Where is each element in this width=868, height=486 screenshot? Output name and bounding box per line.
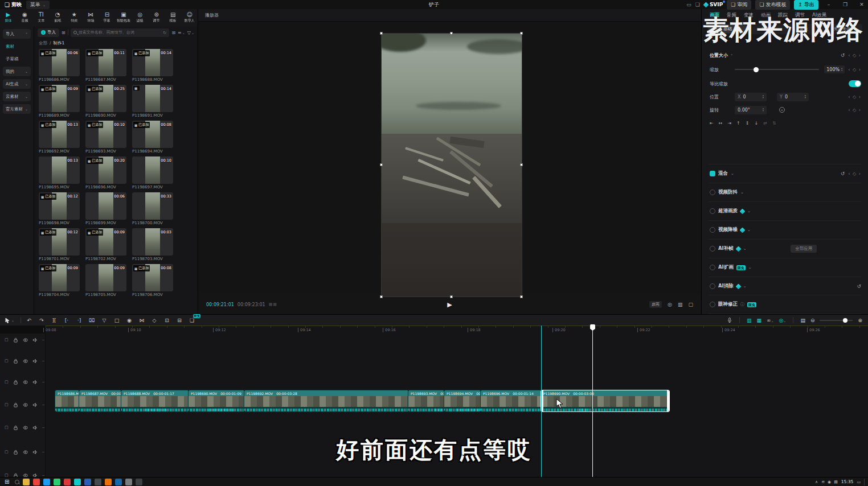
section-checkbox[interactable] — [710, 190, 715, 195]
panel-layout-icon[interactable]: ❏ — [695, 2, 700, 7]
selection-handle[interactable] — [450, 295, 453, 298]
main-track-magnet-icon[interactable]: ▥ — [747, 318, 752, 323]
taskbar-app-icon[interactable] — [95, 479, 101, 485]
taskbar-search-icon[interactable] — [15, 480, 19, 484]
track-layout-icon[interactable]: ▤ — [800, 318, 805, 323]
sidebar-item[interactable]: 子草稿 — [3, 54, 31, 64]
maximize-button[interactable]: ❐ — [839, 2, 851, 7]
selection-handle[interactable] — [450, 32, 453, 35]
chevron-down-icon[interactable]: ⌄ — [743, 246, 747, 251]
media-thumbnail[interactable]: ▦ 00:10 — [132, 156, 173, 184]
slider-knob[interactable] — [843, 318, 847, 323]
timeline-clip[interactable]: P1198687.MOV 00:00:0 — [79, 390, 121, 411]
media-item[interactable]: ▦ 已添加 00:10 P1198693.MOV — [85, 121, 126, 154]
media-thumbnail[interactable]: ▦ 00:03 — [132, 228, 173, 256]
media-thumbnail[interactable]: ▦ 已添加 00:20 — [85, 156, 126, 184]
taskbar-app-icon[interactable] — [43, 479, 50, 485]
speaker-icon[interactable] — [32, 337, 38, 343]
align-icon[interactable]: ⇥ — [727, 121, 731, 126]
media-item[interactable]: ▦ 00:03 P1198703.MOV — [132, 228, 173, 261]
keyframe-control[interactable]: ‹ ◇ › — [848, 171, 861, 176]
collapse-panel-icon[interactable]: ⊞ — [62, 30, 65, 35]
media-thumbnail[interactable]: ▦ 00:09 — [85, 264, 126, 291]
speaker-icon[interactable] — [32, 425, 38, 430]
media-item[interactable]: ▦ 已添加 00:20 P1198696.MOV — [85, 156, 126, 190]
media-item[interactable]: ▦ 已添加 00:14 P1198688.MOV — [132, 49, 173, 82]
sidebar-item[interactable]: 素材 — [3, 42, 31, 51]
media-item[interactable]: ▦ 00:14 P1198691.MOV — [132, 85, 173, 118]
selection-handle[interactable] — [520, 163, 523, 166]
timeline-zoom-slider[interactable] — [820, 320, 853, 321]
media-thumbnail[interactable]: ▦ 已添加 00:08 — [132, 121, 173, 148]
media-item[interactable]: ▦ 已添加 00:09 P1198702.MOV — [85, 228, 126, 261]
timeline-tool-button[interactable]: ↶ — [23, 318, 35, 323]
eye-icon[interactable] — [23, 359, 28, 364]
media-thumbnail[interactable]: ▦ 已添加 00:13 — [39, 121, 80, 148]
lock-icon[interactable] — [13, 337, 18, 343]
current-timecode[interactable]: 00:09:21:01 — [206, 302, 234, 307]
keyframe-control[interactable]: ‹ ◇ › — [848, 53, 861, 58]
top-tab[interactable]: ◎ 滤镜 — [132, 9, 148, 26]
tray-icon[interactable]: ◉ — [828, 480, 831, 484]
timeline-tool-button[interactable]: ◇ — [148, 318, 161, 323]
align-icon[interactable]: ↑ — [736, 121, 740, 126]
track-handle[interactable]: -- — [42, 402, 44, 407]
top-tab[interactable]: ★ 特效 — [66, 9, 83, 26]
section-checkbox[interactable] — [710, 246, 715, 252]
record-audio-icon[interactable] — [727, 317, 732, 323]
media-item[interactable]: ▦ 00:10 P1198697.MOV — [132, 156, 173, 190]
media-thumbnail[interactable]: ▦ 已添加 00:25 — [85, 85, 126, 112]
media-thumbnail[interactable]: ▦ 已添加 00:09 — [85, 228, 126, 256]
timeline-tool-button[interactable]: ▽ — [98, 318, 110, 323]
timeline-clip[interactable]: P1198686.M — [55, 390, 79, 411]
timeline-tool-button[interactable]: ◉ — [123, 318, 136, 323]
media-thumbnail[interactable]: ▦ 00:06 — [85, 192, 126, 220]
lock-icon[interactable] — [13, 380, 18, 385]
selection-handle[interactable] — [380, 295, 383, 298]
close-button[interactable]: ✕ — [855, 2, 868, 7]
timeline-clip[interactable]: P1198688.MOV 00:00:01:17 — [121, 390, 189, 411]
stepper[interactable]: ▴▾ — [805, 94, 806, 99]
media-item[interactable]: ▦ 00:33 P1198700.MOV — [132, 192, 173, 225]
selection-handle[interactable] — [380, 163, 383, 166]
play-button[interactable]: ▶ — [447, 301, 452, 308]
section-checkbox[interactable] — [710, 227, 715, 233]
taskbar-app-icon[interactable] — [115, 479, 122, 485]
section-checkbox[interactable] — [710, 208, 715, 214]
chevron-down-icon[interactable]: ⌄ — [747, 209, 751, 213]
eye-icon[interactable] — [23, 425, 28, 430]
media-thumbnail[interactable]: ▦ 已添加 00:09 — [39, 85, 80, 112]
taskbar-app-icon[interactable] — [74, 479, 81, 485]
taskbar-app-icon[interactable] — [136, 479, 142, 485]
track-type-icon[interactable]: ▢ — [5, 473, 9, 477]
timeline-clip[interactable]: P1198692.MOV 00:00:03:28 — [244, 390, 408, 411]
taskbar-app-icon[interactable] — [64, 479, 71, 485]
track-handle[interactable]: -- — [42, 337, 44, 343]
top-tab[interactable]: ☺ 数字人 — [181, 9, 198, 26]
media-item[interactable]: ▦ 已添加 00:08 P1198706.MOV — [132, 264, 173, 297]
section-checkbox[interactable] — [710, 171, 715, 176]
start-button[interactable]: ⊞ — [2, 479, 11, 485]
top-tab[interactable]: ⋈ 转场 — [83, 9, 99, 26]
show-desktop-button[interactable] — [864, 479, 866, 485]
media-item[interactable]: ▦ 已添加 00:13 P1198692.MOV — [39, 121, 80, 154]
reset-icon[interactable]: ↺ — [841, 171, 845, 176]
timeline-tool-button[interactable]: ·] — [73, 318, 85, 323]
lock-icon[interactable] — [13, 425, 18, 430]
reset-icon[interactable]: ↺ — [841, 52, 845, 58]
select-tool-button[interactable]: ⌄ — [0, 318, 19, 323]
collapse-icon[interactable]: ⌃ — [730, 53, 733, 57]
align-icon[interactable]: ↓ — [755, 121, 759, 126]
sidebar-item[interactable]: 导入 ⌃ — [3, 29, 31, 39]
zoom-in-icon[interactable]: ⊕ — [858, 318, 862, 323]
keyframe-control[interactable]: ‹ ◇ › — [848, 94, 861, 100]
section-checkbox[interactable] — [710, 283, 715, 289]
sidebar-item[interactable]: 云素材 ⌄ — [3, 92, 31, 101]
scale-slider[interactable] — [735, 69, 819, 70]
tray-icon[interactable]: ≋ — [821, 480, 825, 484]
timeline-tool-button[interactable]: [· — [60, 318, 73, 323]
timeline-ruler[interactable]: 09:0809:1009:1209:1409:1609:1809:2009:22… — [46, 326, 868, 333]
section-checkbox[interactable] — [710, 265, 715, 270]
scale-value-field[interactable]: 100% ▴▾ — [824, 65, 845, 73]
track-handle[interactable]: -- — [42, 425, 44, 430]
